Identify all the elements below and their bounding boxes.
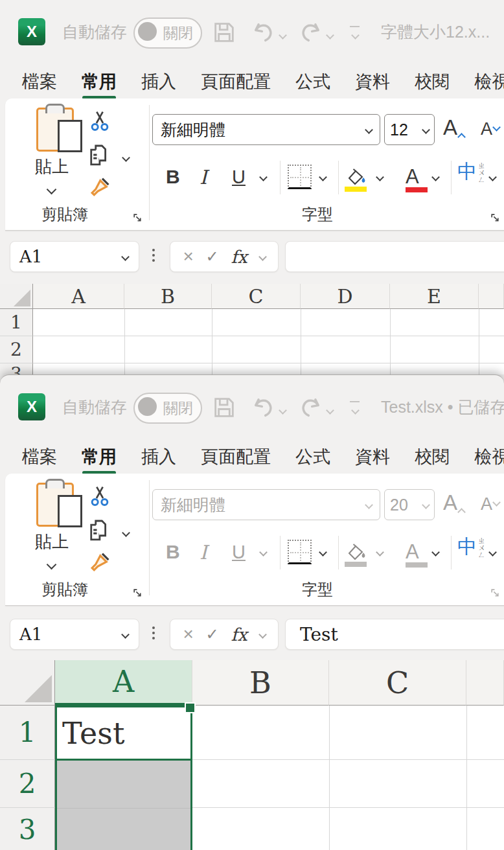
font-color-button[interactable]: A [406,162,419,192]
undo-icon[interactable] [250,19,277,47]
phonetic-dropdown-icon[interactable] [490,537,496,567]
copy-dropdown-icon[interactable] [123,527,129,538]
tab-data[interactable]: 資料 [355,70,390,93]
customize-quick-access-icon[interactable] [350,26,360,41]
enter-entry-icon[interactable]: ✓ [206,625,219,643]
formula-bar-drag-handle[interactable] [152,249,155,262]
borders-button[interactable] [288,537,312,567]
cancel-entry-icon[interactable]: × [183,246,193,267]
font-name-dropdown-icon[interactable] [365,126,373,134]
fill-color-dropdown-icon[interactable] [377,162,383,192]
paste-dropdown-icon[interactable] [48,184,55,196]
row-header-2[interactable]: 2 [0,336,33,363]
column-header-a[interactable]: A [33,284,124,309]
phonetic-guide-button[interactable]: 中 ㄓㄨㄥ [457,162,487,192]
tab-view[interactable]: 檢視 [474,70,504,93]
column-header-e[interactable]: E [390,284,479,309]
autosave-toggle[interactable]: 關閉 [133,393,202,424]
name-box-dropdown-icon[interactable] [121,630,130,639]
formula-bar-drag-handle[interactable] [152,626,155,639]
underline-button[interactable]: U [232,162,246,192]
tab-formulas[interactable]: 公式 [295,445,330,468]
name-box[interactable]: A1 [10,619,139,650]
phonetic-dropdown-icon[interactable] [490,162,496,192]
column-header-b[interactable]: B [124,284,212,309]
tab-review[interactable]: 校閱 [415,445,450,468]
customize-quick-access-icon[interactable] [350,401,360,416]
tab-formulas[interactable]: 公式 [295,70,330,93]
column-header-c[interactable]: C [212,284,301,309]
borders-dropdown-icon[interactable] [320,537,326,567]
grid-row-2-cells[interactable] [33,336,504,363]
save-icon[interactable] [211,395,237,420]
shrink-font-button[interactable]: A [481,119,499,139]
redo-dropdown-icon[interactable] [327,404,333,416]
copy-icon[interactable] [86,516,113,544]
cut-icon[interactable] [89,109,110,132]
tab-review[interactable]: 校閱 [415,70,450,93]
tab-page-layout[interactable]: 頁面配置 [201,445,271,468]
column-header-a[interactable]: A [55,660,192,706]
column-header-b[interactable]: B [192,660,329,706]
autosave-toggle[interactable]: 關閉 [133,17,202,49]
font-dialog-launcher-icon[interactable] [490,212,501,224]
font-color-dropdown-icon[interactable] [433,162,439,192]
column-header-d-partial[interactable] [466,660,504,706]
row-header-2[interactable]: 2 [0,760,55,808]
column-header-d[interactable]: D [301,284,390,309]
row-header-3[interactable]: 3 [0,808,55,850]
fx-dropdown-icon[interactable] [258,630,267,639]
paste-button[interactable]: 貼上 [5,474,83,577]
font-size-dropdown-icon[interactable] [422,126,430,134]
fill-color-button[interactable] [345,162,368,192]
select-all-corner[interactable] [0,660,55,706]
insert-function-icon[interactable]: fx [231,247,247,267]
tab-page-layout[interactable]: 頁面配置 [201,70,271,93]
selected-column-a-cells[interactable] [55,760,192,850]
underline-dropdown-icon[interactable] [260,162,266,192]
formula-input[interactable]: Test [285,619,504,650]
tab-insert[interactable]: 插入 [141,70,176,93]
clipboard-dialog-launcher-icon[interactable] [132,588,143,599]
grid-row-3-cells[interactable] [33,363,504,374]
redo-icon[interactable] [297,19,324,47]
tab-home[interactable]: 常用 [82,70,117,93]
copy-dropdown-icon[interactable] [123,152,129,163]
row-header-1[interactable]: 1 [0,706,55,760]
undo-dropdown-icon[interactable] [280,404,286,416]
redo-icon[interactable] [297,395,324,422]
phonetic-guide-button[interactable]: 中 ㄓㄨㄥ [457,537,487,567]
column-header-f-partial[interactable] [479,284,504,309]
paste-button[interactable]: 貼上 [5,98,83,202]
font-color-dropdown-icon[interactable] [433,537,439,567]
selection-handle[interactable] [185,702,196,713]
save-icon[interactable] [211,19,237,45]
clipboard-dialog-launcher-icon[interactable] [132,212,143,224]
row-header-1[interactable]: 1 [0,309,33,336]
italic-button[interactable]: I [200,162,207,192]
tab-data[interactable]: 資料 [355,445,390,468]
undo-icon[interactable] [250,395,277,422]
name-box[interactable]: A1 [10,241,139,272]
name-box-dropdown-icon[interactable] [121,253,130,261]
column-header-c[interactable]: C [329,660,466,706]
tab-home[interactable]: 常用 [82,445,117,468]
formula-input[interactable] [285,241,504,272]
cancel-entry-icon[interactable]: × [183,624,193,645]
row-header-3[interactable]: 3 [0,363,33,374]
format-painter-icon[interactable] [87,175,113,200]
format-painter-icon[interactable] [87,550,113,575]
cut-icon[interactable] [89,484,110,507]
fx-dropdown-icon[interactable] [258,253,267,261]
grow-font-button[interactable]: A [443,115,464,140]
borders-dropdown-icon[interactable] [320,162,326,192]
tab-insert[interactable]: 插入 [141,445,176,468]
font-name-combo[interactable]: 新細明體 [152,114,380,145]
bold-button[interactable]: B [166,162,180,192]
cell-a1[interactable]: Test [55,706,192,761]
select-all-corner[interactable] [0,284,33,309]
insert-function-icon[interactable]: fx [231,625,247,645]
font-size-combo[interactable]: 12 [384,114,435,145]
paste-dropdown-icon[interactable] [48,559,55,571]
enter-entry-icon[interactable]: ✓ [206,247,219,266]
